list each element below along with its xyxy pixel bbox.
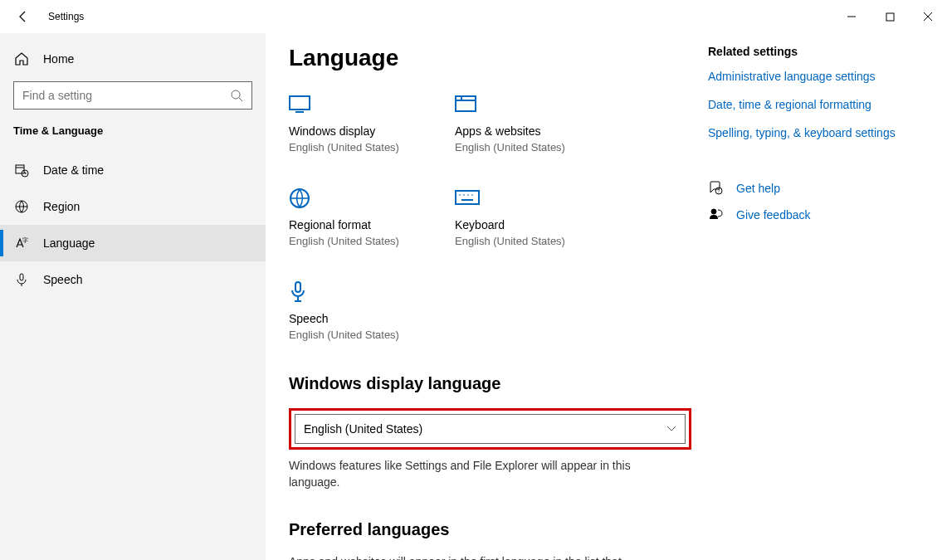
related-settings-heading: Related settings xyxy=(708,45,924,58)
sidebar-item-region[interactable]: Region xyxy=(0,188,266,225)
svg-rect-9 xyxy=(20,274,23,280)
back-button[interactable] xyxy=(13,7,33,27)
window-title: Settings xyxy=(48,11,84,22)
tile-label: Speech xyxy=(289,312,405,325)
tile-windows-display[interactable]: Windows display English (United States) xyxy=(289,93,405,153)
svg-line-3 xyxy=(239,98,242,101)
calendar-clock-icon xyxy=(13,163,30,178)
close-button[interactable] xyxy=(909,3,947,30)
sidebar-item-label: Region xyxy=(43,200,80,213)
window-icon xyxy=(455,93,571,116)
search-icon xyxy=(230,89,243,102)
sidebar-section: Time & Language xyxy=(0,124,266,152)
microphone-tile-icon xyxy=(289,280,405,304)
get-help-row[interactable]: ? Get help xyxy=(708,181,924,196)
page-title: Language xyxy=(289,45,691,71)
sidebar-item-language[interactable]: 字 Language xyxy=(0,225,266,261)
tile-value: English (United States) xyxy=(289,235,405,247)
link-date-regional[interactable]: Date, time & regional formatting xyxy=(708,98,924,111)
tile-speech[interactable]: Speech English (United States) xyxy=(289,280,405,341)
tile-label: Apps & websites xyxy=(455,124,571,138)
link-spelling-typing[interactable]: Spelling, typing, & keyboard settings xyxy=(708,126,924,139)
help-icon: ? xyxy=(708,181,725,196)
home-nav[interactable]: Home xyxy=(0,45,266,73)
svg-point-2 xyxy=(232,90,240,99)
preferred-languages-description: Apps and websites will appear in the fir… xyxy=(289,554,637,560)
tile-value: English (United States) xyxy=(455,141,571,153)
preferred-languages-heading: Preferred languages xyxy=(289,520,691,539)
link-admin-language[interactable]: Administrative language settings xyxy=(708,70,924,83)
chevron-down-icon xyxy=(666,426,676,432)
svg-point-26 xyxy=(711,209,716,214)
microphone-icon xyxy=(13,272,30,287)
feedback-icon xyxy=(708,207,725,222)
maximize-button[interactable] xyxy=(871,3,909,30)
minimize-button[interactable] xyxy=(832,3,871,30)
get-help-link[interactable]: Get help xyxy=(736,182,780,195)
keyboard-icon xyxy=(455,187,571,210)
svg-rect-12 xyxy=(456,96,476,111)
svg-rect-22 xyxy=(295,282,300,292)
give-feedback-link[interactable]: Give feedback xyxy=(736,208,811,222)
svg-text:字: 字 xyxy=(22,237,28,243)
sidebar-item-date-time[interactable]: Date & time xyxy=(0,152,266,188)
search-input[interactable] xyxy=(22,89,230,102)
tile-label: Windows display xyxy=(289,124,405,138)
svg-rect-10 xyxy=(290,96,310,110)
sidebar-item-label: Speech xyxy=(43,273,82,286)
display-language-description: Windows features like Settings and File … xyxy=(289,458,637,490)
highlight-annotation: English (United States) xyxy=(289,408,691,450)
tile-label: Regional format xyxy=(289,218,405,231)
language-icon: 字 xyxy=(13,236,30,251)
display-language-heading: Windows display language xyxy=(289,374,691,393)
svg-text:?: ? xyxy=(718,188,720,193)
tile-value: English (United States) xyxy=(289,141,405,153)
svg-rect-16 xyxy=(456,191,479,204)
sidebar-item-label: Language xyxy=(43,236,95,250)
svg-rect-4 xyxy=(16,165,24,173)
give-feedback-row[interactable]: Give feedback xyxy=(708,207,924,222)
home-icon xyxy=(13,51,30,66)
tile-keyboard[interactable]: Keyboard English (United States) xyxy=(455,187,571,247)
tile-label: Keyboard xyxy=(455,218,571,231)
home-label: Home xyxy=(43,52,74,66)
search-input-container[interactable] xyxy=(13,81,252,110)
display-language-dropdown[interactable]: English (United States) xyxy=(295,414,686,444)
tile-value: English (United States) xyxy=(455,235,571,247)
sidebar-item-label: Date & time xyxy=(43,163,104,177)
sidebar-item-speech[interactable]: Speech xyxy=(0,261,266,298)
display-icon xyxy=(289,93,405,116)
dropdown-value: English (United States) xyxy=(304,422,422,436)
tile-regional-format[interactable]: Regional format English (United States) xyxy=(289,187,405,247)
globe-region-icon xyxy=(289,187,405,210)
tile-value: English (United States) xyxy=(289,329,405,341)
svg-rect-1 xyxy=(886,13,894,21)
globe-icon xyxy=(13,199,30,214)
tile-apps-websites[interactable]: Apps & websites English (United States) xyxy=(455,93,571,153)
